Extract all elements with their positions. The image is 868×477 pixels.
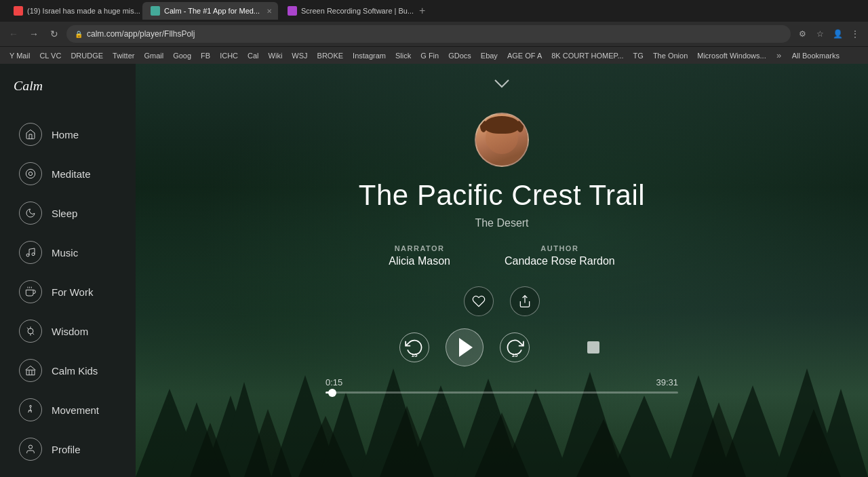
skip-back-button[interactable]: 15 <box>399 332 429 362</box>
profile-nav-icon <box>19 438 42 461</box>
bookmark-ebay[interactable]: Ebay <box>477 49 502 62</box>
profile-label: Profile <box>52 444 81 455</box>
app-layout: Calm Home Meditate Sleep <box>0 64 868 477</box>
bookmark-mswindows[interactable]: Microsoft Windows... <box>693 49 770 62</box>
bookmark-instagram[interactable]: Instagram <box>349 49 390 62</box>
sidebar-item-music[interactable]: Music <box>5 234 130 271</box>
bookmark-goog[interactable]: Goog <box>169 49 195 62</box>
tab-bar: (19) Israel has made a huge mis... ✕ Cal… <box>0 0 868 22</box>
action-buttons <box>464 286 540 316</box>
progress-area: 0:15 39:31 <box>326 377 678 394</box>
bookmark-bkcourt[interactable]: 8K COURT HOMEP... <box>547 49 627 62</box>
bookmark-broke[interactable]: BROKE <box>313 49 348 62</box>
narrator-credit: NARRATOR Alicia Mason <box>389 244 450 267</box>
browser-chrome: (19) Israel has made a huge mis... ✕ Cal… <box>0 0 868 64</box>
sleep-icon <box>19 202 42 225</box>
svg-point-16 <box>28 445 32 449</box>
ssl-lock-icon: 🔒 <box>75 31 83 38</box>
calm-logo-svg: Calm <box>14 77 61 93</box>
forward-button[interactable]: → <box>26 26 42 42</box>
tab-2-close[interactable]: ✕ <box>267 7 272 15</box>
svg-line-10 <box>27 328 28 329</box>
browser-controls: ← → ↻ 🔒 calm.com/app/player/FllhsPolj ⚙ … <box>0 22 868 46</box>
tab-3-label: Screen Recording Software | Bu... <box>301 7 414 15</box>
author-credit: AUTHOR Candace Rose Rardon <box>505 244 615 267</box>
play-button[interactable] <box>446 328 484 366</box>
tab-1[interactable]: (19) Israel has made a huge mis... ✕ <box>5 2 141 20</box>
bookmark-twitter[interactable]: Twitter <box>108 49 138 62</box>
skip-forward-button[interactable]: 15 <box>500 332 530 362</box>
avatar-hair-right <box>517 120 524 132</box>
tab-3-favicon <box>288 6 297 16</box>
back-button[interactable]: ← <box>5 26 22 42</box>
share-button[interactable] <box>510 286 540 316</box>
meditate-icon <box>19 162 42 185</box>
playback-controls: 15 15 <box>399 328 604 366</box>
svg-text:Calm: Calm <box>14 78 43 93</box>
address-bar[interactable]: 🔒 calm.com/app/player/FllhsPolj <box>66 25 791 43</box>
sidebar-item-wisdom[interactable]: Wisdom <box>5 313 130 349</box>
collapse-button[interactable] <box>494 75 510 92</box>
progress-track[interactable] <box>326 392 678 394</box>
sidebar-item-for-work[interactable]: For Work <box>5 273 130 310</box>
sidebar-item-home[interactable]: Home <box>5 116 130 153</box>
movement-label: Movement <box>52 404 99 416</box>
bookmark-tg[interactable]: TG <box>629 49 648 62</box>
music-icon <box>19 241 42 264</box>
bookmark-slick[interactable]: Slick <box>391 49 415 62</box>
current-time: 0:15 <box>326 377 342 387</box>
meditate-label: Meditate <box>52 168 91 180</box>
bookmark-wsj[interactable]: WSJ <box>288 49 311 62</box>
play-icon <box>459 338 473 357</box>
more-bookmarks[interactable]: » <box>772 48 787 63</box>
skip-back-label: 15 <box>412 352 418 358</box>
bookmark-ichc[interactable]: ICHC <box>216 49 242 62</box>
bookmark-star-icon[interactable]: ☆ <box>812 26 827 41</box>
profile-icon[interactable]: 👤 <box>830 26 845 41</box>
tab-2[interactable]: Calm - The #1 App for Med... ✕ <box>142 2 278 20</box>
volume-button[interactable] <box>583 337 604 358</box>
progress-thumb <box>328 389 336 397</box>
sidebar-item-sleep[interactable]: Sleep <box>5 195 130 231</box>
bookmark-gmail[interactable]: Gmail <box>140 49 167 62</box>
progress-times: 0:15 39:31 <box>326 377 678 387</box>
bookmark-gfin[interactable]: G Fin <box>416 49 443 62</box>
for-work-icon <box>19 280 42 303</box>
bookmark-ymail[interactable]: Y Mail <box>5 49 34 62</box>
calm-kids-label: Calm Kids <box>52 365 98 377</box>
narrator-avatar <box>475 113 529 167</box>
home-label: Home <box>52 129 79 140</box>
volume-square-icon <box>587 341 599 354</box>
refresh-button[interactable]: ↻ <box>46 26 62 42</box>
svg-point-1 <box>26 170 35 178</box>
author-label: AUTHOR <box>505 244 615 252</box>
bookmark-drudge[interactable]: DRUDGE <box>66 49 107 62</box>
tab-2-label: Calm - The #1 App for Med... <box>164 7 260 15</box>
bookmark-cal[interactable]: Cal <box>243 49 263 62</box>
more-icon[interactable]: ⋮ <box>848 26 863 41</box>
calm-logo: Calm <box>0 77 136 116</box>
bookmark-wiki[interactable]: Wiki <box>264 49 287 62</box>
bookmark-all[interactable]: All Bookmarks <box>788 49 844 62</box>
total-time: 39:31 <box>656 377 678 387</box>
narrator-name: Alicia Mason <box>389 255 450 267</box>
sidebar-item-meditate[interactable]: Meditate <box>5 155 130 192</box>
main-player: The Pacific Crest Trail The Desert NARRA… <box>136 64 868 477</box>
sidebar-item-movement[interactable]: Movement <box>5 392 130 428</box>
sidebar-item-profile[interactable]: Profile <box>5 431 130 468</box>
like-button[interactable] <box>464 286 494 316</box>
bookmark-gdocs[interactable]: GDocs <box>444 49 475 62</box>
player-content: The Pacific Crest Trail The Desert NARRA… <box>136 64 868 477</box>
credits-section: NARRATOR Alicia Mason AUTHOR Candace Ros… <box>389 244 614 267</box>
skip-forward-label: 15 <box>512 352 518 358</box>
bookmark-fb[interactable]: FB <box>197 49 214 62</box>
tab-3[interactable]: Screen Recording Software | Bu... ✕ <box>279 2 415 20</box>
bookmark-clvc[interactable]: CL VC <box>35 49 65 62</box>
avatar-hair-top <box>484 116 519 134</box>
extensions-icon[interactable]: ⚙ <box>795 26 810 41</box>
sidebar-item-calm-kids[interactable]: Calm Kids <box>5 352 130 389</box>
bookmark-ageofa[interactable]: AGE OF A <box>503 49 546 62</box>
new-tab-button[interactable]: + <box>419 5 425 17</box>
bookmark-theonion[interactable]: The Onion <box>649 49 692 62</box>
wisdom-icon <box>19 320 42 343</box>
